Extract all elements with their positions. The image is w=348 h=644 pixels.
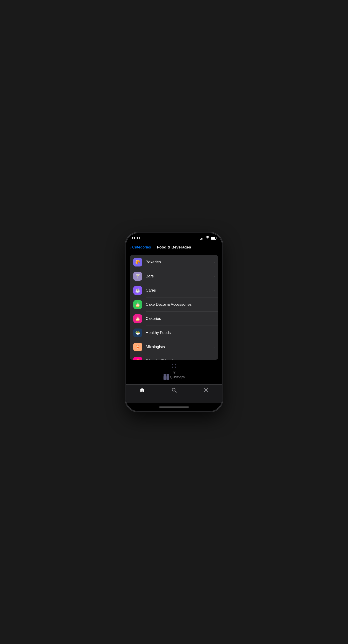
home-icon bbox=[139, 387, 145, 394]
svg-line-5 bbox=[171, 365, 173, 367]
footer-brand: + QuickApps bbox=[163, 374, 185, 380]
list-item[interactable]: ☕ Cafés › bbox=[130, 283, 218, 298]
list-item[interactable]: 🎂 Cake Decor & Accessories › bbox=[130, 298, 218, 312]
svg-point-9 bbox=[205, 389, 207, 391]
tab-bar bbox=[126, 384, 222, 403]
chevron-right-icon: › bbox=[214, 274, 215, 278]
page-title: Food & Beverages bbox=[157, 245, 191, 250]
chevron-right-icon: › bbox=[214, 345, 215, 349]
footer-branding: by + QuickApps bbox=[130, 360, 218, 382]
cakeries-label: Cakeries bbox=[146, 316, 212, 321]
bakeries-label: Bakeries bbox=[146, 260, 212, 264]
bakeries-icon: 🥐 bbox=[133, 258, 142, 266]
chevron-right-icon: › bbox=[214, 288, 215, 292]
svg-line-6 bbox=[171, 367, 173, 368]
chevron-right-icon: › bbox=[214, 331, 215, 335]
back-label: Categories bbox=[132, 245, 151, 250]
tab-home[interactable] bbox=[126, 387, 158, 394]
home-bar bbox=[159, 406, 189, 408]
svg-line-2 bbox=[176, 365, 178, 367]
cakeries-icon: 🎂 bbox=[133, 314, 142, 323]
patissier-label: Pâtissier/Pâtissière bbox=[146, 359, 212, 360]
home-indicator bbox=[126, 403, 222, 411]
svg-line-1 bbox=[175, 364, 176, 366]
svg-line-4 bbox=[172, 364, 173, 366]
back-chevron-icon: ‹ bbox=[130, 245, 131, 250]
bars-label: Bars bbox=[146, 274, 212, 278]
status-bar: 11:11 bbox=[126, 233, 222, 243]
svg-line-3 bbox=[175, 367, 177, 368]
back-button[interactable]: ‹ Categories bbox=[130, 245, 151, 250]
footer-rays-icon bbox=[168, 364, 180, 370]
cafes-label: Cafés bbox=[146, 288, 212, 293]
chevron-right-icon: › bbox=[214, 359, 215, 360]
main-content: 🥐 Bakeries › 🍸 Bars › ☕ Cafés › bbox=[126, 252, 222, 384]
cake-decor-label: Cake Decor & Accessories bbox=[146, 302, 212, 307]
cafes-icon: ☕ bbox=[133, 286, 142, 295]
list-item[interactable]: 🍰 Pâtissier/Pâtissière › bbox=[130, 354, 218, 360]
list-item[interactable]: 🍸 Bars › bbox=[130, 269, 218, 283]
tab-search[interactable] bbox=[158, 387, 190, 394]
list-item[interactable]: 🥗 Healthy Foods › bbox=[130, 326, 218, 340]
search-icon bbox=[171, 387, 177, 394]
brand-label: QuickApps bbox=[170, 375, 185, 379]
tab-settings[interactable] bbox=[190, 387, 222, 394]
list-item[interactable]: 🎂 Cakeries › bbox=[130, 312, 218, 326]
list-item[interactable]: 🥐 Bakeries › bbox=[130, 255, 218, 269]
battery-fill bbox=[211, 237, 215, 239]
phone-screen: 11:11 bbox=[126, 233, 222, 411]
mixologists-icon: 🍹 bbox=[133, 343, 142, 351]
status-time: 11:11 bbox=[131, 236, 140, 240]
category-list: 🥐 Bakeries › 🍸 Bars › ☕ Cafés › bbox=[130, 255, 218, 360]
healthy-foods-label: Healthy Foods bbox=[146, 330, 212, 335]
chevron-right-icon: › bbox=[214, 317, 215, 320]
wifi-icon bbox=[206, 236, 209, 240]
chevron-right-icon: › bbox=[214, 303, 215, 306]
cake-decor-icon: 🎂 bbox=[133, 300, 142, 309]
phone-frame: 11:11 bbox=[126, 233, 222, 411]
notch bbox=[159, 233, 189, 240]
quickapps-logo-icon: + bbox=[163, 374, 169, 380]
svg-line-8 bbox=[175, 391, 177, 392]
healthy-foods-icon: 🥗 bbox=[133, 328, 142, 337]
signal-bar-3 bbox=[203, 238, 203, 240]
signal-bar-4 bbox=[204, 237, 204, 240]
gear-icon bbox=[203, 387, 209, 394]
patissier-icon: 🍰 bbox=[133, 357, 142, 360]
footer-by-label: by bbox=[172, 370, 176, 374]
chevron-right-icon: › bbox=[214, 260, 215, 264]
mixologists-label: Mixologists bbox=[146, 345, 212, 349]
battery-icon bbox=[211, 237, 217, 240]
list-item[interactable]: 🍹 Mixologists › bbox=[130, 340, 218, 354]
signal-bars-icon bbox=[200, 237, 204, 240]
nav-header: ‹ Categories Food & Beverages bbox=[126, 243, 222, 252]
signal-bar-2 bbox=[201, 238, 202, 240]
signal-bar-1 bbox=[200, 239, 201, 240]
status-icons bbox=[200, 236, 217, 240]
bars-icon: 🍸 bbox=[133, 272, 142, 280]
